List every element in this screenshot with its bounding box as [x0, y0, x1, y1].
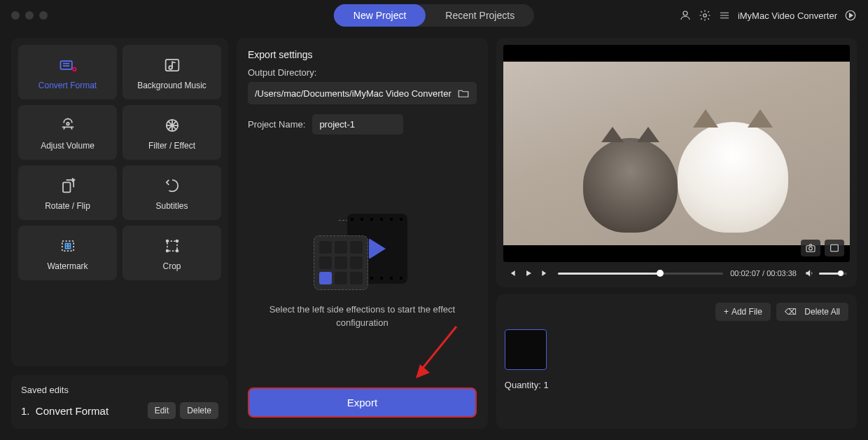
tool-label: Background Music	[137, 81, 206, 90]
saved-edit-name: 1. Convert Format	[21, 405, 108, 417]
tool-adjust-volume[interactable]: Adjust Volume	[18, 105, 117, 160]
progress-bar[interactable]	[558, 273, 723, 275]
close-dot[interactable]	[11, 11, 20, 20]
svg-point-4	[73, 68, 76, 71]
time-display: 00:02:07 / 00:03:38	[730, 269, 797, 277]
output-dir-label: Output Directory:	[248, 67, 477, 78]
tool-label: Subtitles	[155, 201, 188, 211]
output-dir-value: /Users/mac/Documents/iMyMac Video Conver…	[255, 88, 451, 99]
svg-point-0	[683, 11, 687, 15]
crop-icon	[161, 235, 183, 257]
file-thumbnail[interactable]	[505, 329, 547, 370]
rotate-icon	[57, 174, 79, 197]
tab-recent-projects[interactable]: Recent Projects	[426, 4, 534, 27]
export-button[interactable]: Export	[248, 387, 477, 418]
svg-point-15	[176, 250, 178, 252]
titlebar: New Project Recent Projects iMyMac Video…	[0, 0, 868, 31]
preview-panel: 00:02:07 / 00:03:38	[496, 38, 857, 287]
menu-icon[interactable]	[718, 9, 731, 22]
tool-label: Watermark	[47, 261, 88, 271]
tool-label: Adjust Volume	[41, 141, 94, 151]
subtitles-icon	[161, 174, 183, 197]
tool-label: Convert Format	[38, 81, 97, 90]
settings-icon[interactable]	[699, 9, 711, 22]
video-preview[interactable]	[503, 45, 850, 262]
delete-all-button[interactable]: ⌫ Delete All	[776, 303, 848, 321]
svg-rect-18	[831, 245, 839, 251]
next-button[interactable]	[540, 268, 551, 279]
svg-point-1	[704, 14, 707, 18]
saved-edits-panel: Saved edits 1. Convert Format Edit Delet…	[11, 375, 228, 429]
export-settings-panel: Export settings Output Directory: /Users…	[237, 38, 488, 429]
svg-point-17	[809, 247, 813, 250]
play-button[interactable]	[523, 268, 534, 279]
tool-convert-format[interactable]: Convert Format	[18, 45, 117, 99]
tool-rotate-flip[interactable]: Rotate / Flip	[18, 165, 117, 220]
snapshot-icon[interactable]	[801, 240, 820, 256]
music-icon	[161, 54, 183, 76]
placeholder-text: Select the left side effections to start…	[269, 303, 456, 330]
tool-label: Filter / Effect	[148, 141, 195, 151]
saved-edits-title: Saved edits	[21, 385, 218, 395]
svg-point-12	[166, 240, 168, 242]
svg-rect-9	[63, 182, 71, 192]
tool-crop[interactable]: Crop	[122, 226, 221, 280]
quantity-display: Quantity: 1	[505, 380, 848, 390]
svg-point-13	[176, 240, 178, 242]
convert-icon	[57, 54, 79, 76]
volume-icon[interactable]	[804, 268, 815, 279]
maximize-dot[interactable]	[39, 11, 48, 20]
account-icon[interactable]	[679, 9, 692, 22]
tool-label: Rotate / Flip	[45, 201, 90, 211]
svg-point-7	[66, 123, 69, 125]
tool-subtitles[interactable]: Subtitles	[122, 165, 221, 220]
tools-panel: Convert Format Background Music Adjust V…	[11, 38, 228, 366]
edit-button[interactable]: Edit	[148, 402, 176, 419]
app-logo-icon	[844, 9, 857, 22]
minimize-dot[interactable]	[25, 11, 34, 20]
add-file-button[interactable]: +Add File	[715, 303, 771, 321]
tool-watermark[interactable]: Watermark	[18, 226, 117, 280]
window-controls	[11, 11, 48, 20]
volume-icon	[57, 114, 79, 137]
project-tabs: New Project Recent Projects	[334, 4, 534, 27]
tool-background-music[interactable]: Background Music	[122, 45, 221, 99]
app-name: iMyMac Video Converter	[738, 11, 837, 21]
svg-rect-3	[60, 61, 71, 69]
tool-filter-effect[interactable]: Filter / Effect	[122, 105, 221, 160]
project-name-input[interactable]	[312, 114, 403, 135]
files-panel: +Add File ⌫ Delete All Quantity: 1	[496, 294, 857, 429]
fullscreen-icon[interactable]	[825, 240, 844, 256]
svg-rect-11	[167, 241, 177, 251]
folder-browse-icon[interactable]	[457, 87, 470, 99]
volume-bar[interactable]	[819, 273, 847, 275]
placeholder-graphic	[309, 209, 414, 290]
delete-button[interactable]: Delete	[180, 402, 218, 419]
export-title: Export settings	[248, 49, 477, 60]
tool-label: Crop	[162, 261, 181, 271]
tab-new-project[interactable]: New Project	[334, 4, 426, 27]
project-name-label: Project Name:	[248, 119, 305, 130]
saved-edit-row: 1. Convert Format Edit Delete	[21, 402, 218, 419]
prev-button[interactable]	[506, 268, 517, 279]
watermark-icon	[57, 235, 79, 257]
svg-point-14	[166, 250, 168, 252]
filter-icon	[161, 114, 183, 137]
